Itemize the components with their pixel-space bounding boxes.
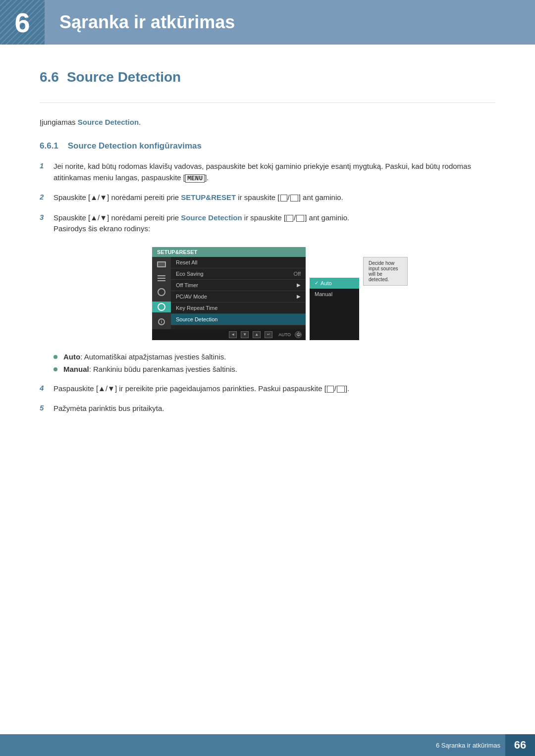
nav-auto-label: AUTO xyxy=(278,332,291,337)
steps-list: 1 Jei norite, kad būtų rodomas klavišų v… xyxy=(40,161,495,235)
step-2: 2 Spauskite [▲/▼] norėdami pereiti prie … xyxy=(40,192,495,203)
section-title: Source Detection xyxy=(67,69,181,85)
menu-item-eco: Eco Saving Off xyxy=(171,268,306,280)
square-key-3 xyxy=(327,386,334,393)
step-3-highlight: Source Detection xyxy=(181,213,242,222)
monitor-menu-items: Reset All Eco Saving Off Off Timer ▶ PC/… xyxy=(171,257,306,329)
intro-highlight: Source Detection xyxy=(78,118,139,126)
menu-item-reset-label: Reset All xyxy=(176,259,197,265)
menu-item-keyrepeat-label: Key Repeat Time xyxy=(176,305,217,311)
menu-item-eco-label: Eco Saving xyxy=(176,271,204,277)
monitor-menu-header: SETUP&RESET xyxy=(152,247,306,257)
menu-item-source: Source Detection xyxy=(171,314,306,325)
monitor-icon-3 xyxy=(156,288,167,297)
nav-down-arrow-icon: ▼ xyxy=(243,332,247,337)
menu-item-timer: Off Timer ▶ xyxy=(171,280,306,291)
intro-text-after: . xyxy=(139,118,141,126)
timer-arrow-icon: ▶ xyxy=(297,282,301,288)
chapter-number-box: 6 xyxy=(0,0,45,45)
section-divider xyxy=(40,102,495,103)
step-5-content: Pažymėta parinktis bus pritaikyta. xyxy=(54,403,495,414)
enter-key-3 xyxy=(337,386,345,393)
menu-item-reset: Reset All xyxy=(171,257,306,268)
pcav-arrow-icon: ▶ xyxy=(297,294,301,299)
monitor-icon-5: i xyxy=(156,317,167,326)
nav-left-btn: ◄ xyxy=(229,331,237,338)
monitor-menu-header-text: SETUP&RESET xyxy=(157,249,197,255)
checkmark-icon: ✓ xyxy=(315,280,319,286)
step-2-content: Spauskite [▲/▼] norėdami pereiti prie SE… xyxy=(54,192,495,203)
monitor-icon-4 xyxy=(152,302,171,312)
gear-icon-active xyxy=(158,303,165,311)
submenu-auto: ✓ Auto xyxy=(310,278,359,289)
menu-item-pcav-label: PC/AV Mode xyxy=(176,294,207,300)
bullet-item-auto: Auto: Automatiškai atpažįstamas įvesties… xyxy=(54,353,495,361)
submenu-manual: Manual xyxy=(310,289,359,300)
main-content: 6.6 Source Detection Įjungiamas Source D… xyxy=(0,45,535,474)
step-3: 3 Spauskite [▲/▼] norėdami pereiti prie … xyxy=(40,212,495,235)
tooltip-text: Decide how input sources will be detecte… xyxy=(369,260,398,282)
footer-page-number-text: 66 xyxy=(514,739,526,752)
subsection-number: 6.6.1 xyxy=(40,141,58,151)
icon-line-1 xyxy=(158,275,165,276)
chapter-number: 6 xyxy=(14,6,30,39)
gear-icon xyxy=(158,288,165,296)
monitor-icon-1 xyxy=(156,260,167,269)
monitor-left-icons: i Reset All Eco Saving Off Off T xyxy=(152,257,306,329)
monitor-inner: SETUP&RESET xyxy=(152,247,408,340)
intro-paragraph: Įjungiamas Source Detection. xyxy=(40,118,495,126)
step-4-number: 4 xyxy=(40,384,54,392)
nav-up-arrow-icon: ▲ xyxy=(255,332,259,337)
intro-text-before: Įjungiamas xyxy=(40,118,78,126)
bullet-item-manual: Manual: Rankiniu būdu parenkamas įvestie… xyxy=(54,365,495,373)
bullet-dot-manual xyxy=(54,367,57,371)
enter-key-2 xyxy=(296,215,304,222)
step-1-number: 1 xyxy=(40,161,54,170)
step-2-number: 2 xyxy=(40,193,54,201)
monitor-display-icon xyxy=(157,261,166,267)
step-1: 1 Jei norite, kad būtų rodomas klavišų v… xyxy=(40,161,495,183)
step-3-number: 3 xyxy=(40,213,54,221)
monitor-left-panel: SETUP&RESET xyxy=(152,247,306,340)
monitor-icon-2 xyxy=(156,274,167,283)
menu-item-keyrepeat: Key Repeat Time xyxy=(171,302,306,314)
bullet-manual-text: Manual: Rankiniu būdu parenkamas įvestie… xyxy=(63,365,237,373)
bullet-list: Auto: Automatiškai atpažįstamas įvesties… xyxy=(54,353,495,373)
nav-up-btn: ▲ xyxy=(253,331,261,338)
menu-key: MENU xyxy=(185,174,205,183)
bullet-dot-auto xyxy=(54,355,57,359)
monitor-icons-column: i xyxy=(152,257,171,329)
header-banner: 6 Sąranka ir atkūrimas xyxy=(0,0,535,45)
step-1-content: Jei norite, kad būtų rodomas klavišų vad… xyxy=(54,161,495,183)
power-icon: ⏻ xyxy=(296,332,300,337)
footer-page-number: 66 xyxy=(505,734,535,756)
power-button: ⏻ xyxy=(295,331,302,338)
step-3-content: Spauskite [▲/▼] norėdami pereiti prie So… xyxy=(54,212,495,235)
sub-menu: ✓ Auto Manual xyxy=(310,278,359,340)
enter-key-1 xyxy=(290,195,298,202)
square-key-1 xyxy=(280,195,287,202)
step-5: 5 Pažymėta parinktis bus pritaikyta. xyxy=(40,403,495,414)
submenu-manual-label: Manual xyxy=(315,291,332,297)
step-5-number: 5 xyxy=(40,403,54,412)
bullet-auto-text: Auto: Automatiškai atpažįstamas įvesties… xyxy=(63,353,226,361)
monitor-bottom-bar: ◄ ▼ ▲ ↵ AUTO ⏻ xyxy=(152,329,306,340)
icon-line-2 xyxy=(158,278,165,279)
section-number: 6.6 xyxy=(40,69,59,85)
step-4: 4 Paspauskite [▲/▼] ir pereikite prie pa… xyxy=(40,383,495,395)
menu-item-source-label: Source Detection xyxy=(176,316,217,322)
page-footer: 6 Sąranka ir atkūrimas 66 xyxy=(0,734,535,756)
subsection-heading: 6.6.1 Source Detection konfigūravimas xyxy=(40,141,495,151)
nav-down-btn: ▼ xyxy=(241,331,249,338)
submenu-auto-label: Auto xyxy=(321,280,332,286)
nav-enter-btn: ↵ xyxy=(265,331,272,338)
footer-text: 6 Sąranka ir atkūrimas xyxy=(436,742,505,749)
tooltip-box: Decide how input sources will be detecte… xyxy=(363,257,408,286)
lines-icon xyxy=(158,275,165,281)
menu-item-eco-value: Off xyxy=(294,271,301,277)
icon-line-3 xyxy=(158,280,165,281)
nav-enter-icon: ↵ xyxy=(267,332,270,337)
menu-item-pcav: PC/AV Mode ▶ xyxy=(171,291,306,302)
info-icon: i xyxy=(158,318,165,325)
monitor-screenshot: SETUP&RESET xyxy=(64,247,495,340)
